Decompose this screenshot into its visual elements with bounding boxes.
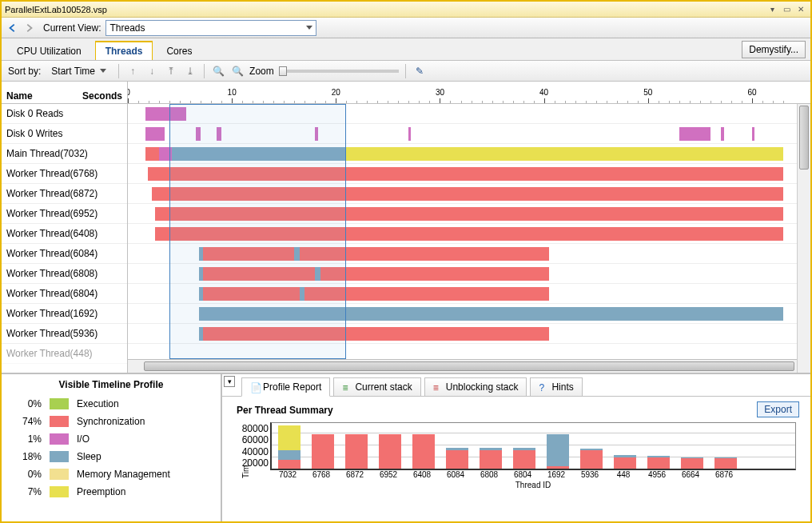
legend-item[interactable]: 18%Sleep xyxy=(10,448,213,465)
timeline-track[interactable] xyxy=(128,284,810,304)
segment-preempt[interactable] xyxy=(346,147,783,161)
legend-item[interactable]: 0%Execution xyxy=(10,395,213,413)
timeline-row-label[interactable]: Worker Thread(6768) xyxy=(2,164,127,184)
move-bottom-button[interactable]: ⤓ xyxy=(183,64,197,78)
chart-bar[interactable] xyxy=(644,423,673,469)
timeline-track[interactable] xyxy=(128,204,810,224)
scrollbar-thumb[interactable] xyxy=(144,361,794,371)
chart-bar[interactable] xyxy=(275,423,304,469)
segment-sync[interactable] xyxy=(155,227,783,241)
segment-io[interactable] xyxy=(145,107,186,121)
segment-io[interactable] xyxy=(679,127,710,141)
chart-bar[interactable] xyxy=(510,423,539,469)
timeline-row-label[interactable]: Worker Thread(6804) xyxy=(2,284,127,304)
segment-sync[interactable] xyxy=(203,247,295,261)
timeline-track[interactable] xyxy=(128,184,810,204)
chart-bar[interactable] xyxy=(611,423,639,469)
timeline-track[interactable] xyxy=(128,344,810,359)
timeline-track[interactable] xyxy=(128,124,810,144)
tab-cores[interactable]: Cores xyxy=(156,42,202,60)
timeline-row-label[interactable]: Worker Thread(6084) xyxy=(2,244,127,264)
tab-unblocking-stack[interactable]: ≡Unblocking stack xyxy=(424,377,527,396)
segment-sync[interactable] xyxy=(145,147,159,161)
export-button[interactable]: Export xyxy=(757,401,799,417)
timeline-row-label[interactable]: Disk 0 Writes xyxy=(2,124,127,144)
sortby-dropdown[interactable]: Start Time xyxy=(46,63,112,79)
forward-button[interactable] xyxy=(21,21,37,35)
timeline-row-label[interactable]: Worker Thread(448) xyxy=(2,344,127,364)
zoom-out-icon[interactable]: 🔍 xyxy=(211,64,225,78)
timeline-row-label[interactable]: Worker Thread(6952) xyxy=(2,204,127,224)
chart-bar[interactable] xyxy=(308,423,337,469)
segment-sync[interactable] xyxy=(203,267,316,281)
chart-bar[interactable] xyxy=(342,423,371,469)
close-button[interactable]: ✕ xyxy=(794,4,807,15)
tab-hints[interactable]: ?Hints xyxy=(530,377,582,396)
collapse-button[interactable]: ▾ xyxy=(224,376,235,387)
demystify-button[interactable]: Demystify... xyxy=(742,41,806,58)
legend-item[interactable]: 7%Preemption xyxy=(10,483,213,501)
timeline-row-label[interactable]: Worker Thread(6872) xyxy=(2,184,127,204)
timeline-track[interactable] xyxy=(128,264,810,284)
segment-io[interactable] xyxy=(196,127,201,141)
segment-io[interactable] xyxy=(752,127,754,141)
timeline-row-label[interactable]: Worker Thread(6408) xyxy=(2,224,127,244)
timeline-track[interactable] xyxy=(128,164,810,184)
segment-sync[interactable] xyxy=(300,247,549,261)
segment-io[interactable] xyxy=(217,127,222,141)
horizontal-scrollbar[interactable] xyxy=(128,359,810,373)
chart-bar[interactable] xyxy=(409,423,438,469)
timeline-row-label[interactable]: Worker Thread(6808) xyxy=(2,264,127,284)
segment-sleep[interactable] xyxy=(172,147,347,161)
legend-item[interactable]: 0%Memory Management xyxy=(10,465,213,483)
zoom-slider[interactable] xyxy=(279,70,399,73)
move-up-button[interactable]: ↑ xyxy=(125,64,140,78)
segment-sync[interactable] xyxy=(203,287,300,301)
segment-io[interactable] xyxy=(145,127,164,141)
chart-bar[interactable] xyxy=(543,423,572,469)
timeline-track[interactable] xyxy=(128,244,810,264)
timeline-row-label[interactable]: Main Thread(7032) xyxy=(2,144,127,164)
chart-bar[interactable] xyxy=(443,423,472,469)
chart-bar[interactable] xyxy=(376,423,404,469)
segment-io[interactable] xyxy=(408,127,411,141)
timeline-track[interactable] xyxy=(128,324,810,344)
vertical-scrollbar[interactable] xyxy=(797,104,810,373)
timeline-track[interactable] xyxy=(128,104,810,124)
segment-sync[interactable] xyxy=(304,287,549,301)
segment-sleep[interactable] xyxy=(300,287,305,301)
timeline-tracks[interactable]: 0102030405060 xyxy=(128,82,810,373)
legend-item[interactable]: 74%Synchronization xyxy=(10,413,213,430)
move-top-button[interactable]: ⤒ xyxy=(164,64,178,78)
zoom-reset-icon[interactable]: 🔍 xyxy=(230,64,245,78)
back-button[interactable] xyxy=(5,21,21,35)
segment-sleep[interactable] xyxy=(199,307,783,321)
segment-sync[interactable] xyxy=(148,167,783,181)
tab-cpu-utilization[interactable]: CPU Utilization xyxy=(6,42,92,60)
segment-io[interactable] xyxy=(721,127,724,141)
tab-threads[interactable]: Threads xyxy=(95,41,153,60)
segment-sync[interactable] xyxy=(155,207,783,221)
segment-sync[interactable] xyxy=(203,327,549,341)
timeline-track[interactable] xyxy=(128,144,810,164)
tab-profile-report[interactable]: 📄Profile Report xyxy=(241,377,330,397)
minimize-button[interactable]: ▭ xyxy=(780,4,793,15)
timeline-track[interactable] xyxy=(128,224,810,244)
timeline-row-label[interactable]: Worker Thread(5936) xyxy=(2,324,127,344)
timeline-track[interactable] xyxy=(128,304,810,324)
scrollbar-thumb[interactable] xyxy=(799,106,809,170)
chart-bar[interactable] xyxy=(476,423,505,469)
segment-io[interactable] xyxy=(159,147,172,161)
legend-item[interactable]: 1%I/O xyxy=(10,430,213,448)
timeline-row-label[interactable]: Worker Thread(1692) xyxy=(2,304,127,324)
segment-io[interactable] xyxy=(315,127,318,141)
zoom-slider-thumb[interactable] xyxy=(279,66,287,76)
dropdown-icon[interactable]: ▾ xyxy=(766,4,778,15)
segment-sync[interactable] xyxy=(152,187,783,201)
highlight-button[interactable]: ✎ xyxy=(412,64,427,78)
chart-bar[interactable] xyxy=(678,423,707,469)
view-dropdown[interactable]: Threads xyxy=(105,20,316,36)
move-down-button[interactable]: ↓ xyxy=(145,64,159,78)
chart-bar[interactable] xyxy=(577,423,606,469)
tab-current-stack[interactable]: ≡Current stack xyxy=(333,377,420,396)
